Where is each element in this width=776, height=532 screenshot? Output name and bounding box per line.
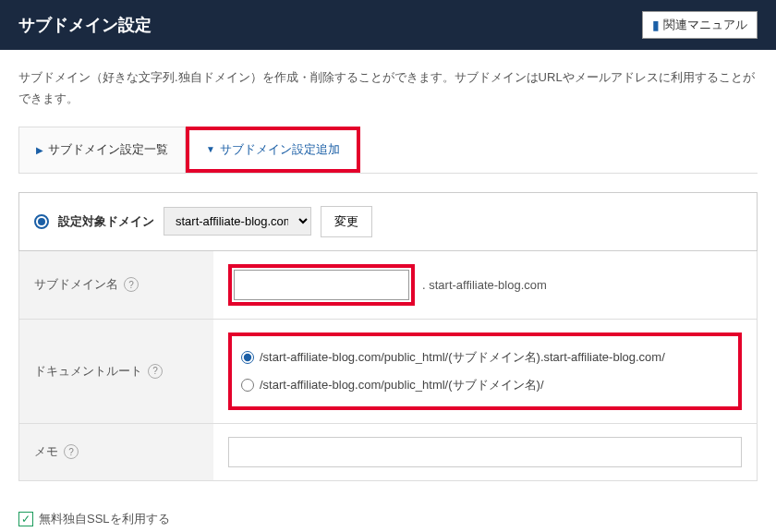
target-domain-radio[interactable] <box>34 214 49 229</box>
ssl-label: 無料独自SSLを利用する <box>39 511 170 527</box>
memo-label-cell: メモ ? <box>19 424 213 480</box>
docroot-radio-1[interactable] <box>241 351 254 364</box>
ssl-checkbox[interactable]: ✓ <box>18 512 33 526</box>
docroot-highlight: /start-affiliate-blog.com/public_html/(サ… <box>228 332 742 410</box>
tabs: ▶ サブドメイン設定一覧 ▼ サブドメイン設定追加 <box>18 127 758 174</box>
page-header: サブドメイン設定 ▮ 関連マニュアル <box>0 0 776 50</box>
memo-input[interactable] <box>228 437 742 467</box>
page-title: サブドメイン設定 <box>18 14 152 36</box>
tab-list-label: サブドメイン設定一覧 <box>48 141 168 158</box>
help-icon[interactable]: ? <box>148 364 163 379</box>
subdomain-suffix: . start-affiliate-blog.com <box>422 278 547 292</box>
subdomain-input-cell: . start-affiliate-blog.com <box>213 251 757 319</box>
subdomain-label-cell: サブドメイン名 ? <box>19 251 213 319</box>
help-icon[interactable]: ? <box>64 444 79 459</box>
docroot-input-cell: /start-affiliate-blog.com/public_html/(サ… <box>213 320 757 423</box>
memo-label: メモ <box>34 443 58 460</box>
docroot-label: ドキュメントルート <box>34 363 142 380</box>
target-domain-label: 設定対象ドメイン <box>58 213 154 230</box>
page-description: サブドメイン（好きな文字列.独自ドメイン）を作成・削除することができます。サブド… <box>0 50 776 127</box>
docroot-option-1[interactable]: /start-affiliate-blog.com/public_html/(サ… <box>241 344 729 371</box>
ssl-row: ✓ 無料独自SSLを利用する <box>0 500 776 532</box>
subdomain-label: サブドメイン名 <box>34 276 118 293</box>
docroot-row: ドキュメントルート ? /start-affiliate-blog.com/pu… <box>18 320 758 424</box>
domain-target-row: 設定対象ドメイン start-affiliate-blog.com 変更 <box>18 192 758 251</box>
docroot-label-cell: ドキュメントルート ? <box>19 320 213 423</box>
tab-add[interactable]: ▼ サブドメイン設定追加 <box>186 127 360 173</box>
manual-button[interactable]: ▮ 関連マニュアル <box>642 11 758 39</box>
docroot-radio-2[interactable] <box>241 379 254 392</box>
target-domain-select[interactable]: start-affiliate-blog.com <box>164 207 311 236</box>
manual-button-label: 関連マニュアル <box>663 17 747 33</box>
subdomain-highlight <box>228 264 415 306</box>
change-button[interactable]: 変更 <box>321 206 372 237</box>
chevron-right-icon: ▶ <box>36 145 43 155</box>
tab-add-label: サブドメイン設定追加 <box>220 141 340 158</box>
subdomain-row: サブドメイン名 ? . start-affiliate-blog.com <box>18 251 758 320</box>
chevron-down-icon: ▼ <box>206 144 215 154</box>
book-icon: ▮ <box>652 18 660 32</box>
docroot-option-2-label: /start-affiliate-blog.com/public_html/(サ… <box>260 377 544 393</box>
memo-row: メモ ? <box>18 424 758 481</box>
memo-input-cell <box>213 424 757 480</box>
tab-list[interactable]: ▶ サブドメイン設定一覧 <box>18 127 186 173</box>
form-area: 設定対象ドメイン start-affiliate-blog.com 変更 サブド… <box>0 174 776 500</box>
subdomain-input[interactable] <box>234 270 409 300</box>
docroot-option-1-label: /start-affiliate-blog.com/public_html/(サ… <box>260 349 665 366</box>
docroot-option-2[interactable]: /start-affiliate-blog.com/public_html/(サ… <box>241 371 729 399</box>
help-icon[interactable]: ? <box>124 277 139 292</box>
